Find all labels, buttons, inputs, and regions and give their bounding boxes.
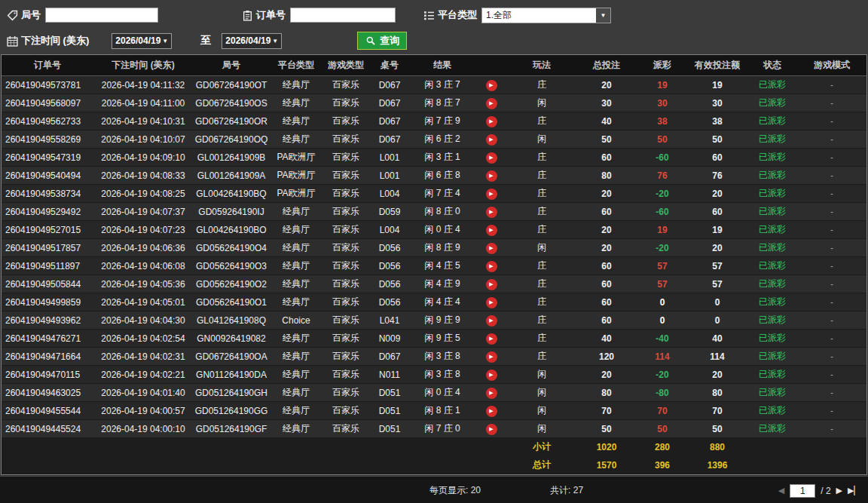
cell-play: ▶	[475, 97, 508, 109]
platform-select[interactable]: 1.全部 ▼	[481, 8, 611, 23]
play-icon[interactable]: ▶	[486, 189, 497, 200]
play-icon[interactable]: ▶	[486, 370, 497, 381]
cell-payout: 70	[637, 406, 687, 416]
date-to-picker[interactable]: 2026/04/19 ▼	[222, 33, 282, 49]
cell-payout: 19	[637, 225, 687, 235]
cell-game: 百家乐	[322, 205, 369, 218]
cell-order: 260419049505844	[2, 279, 93, 290]
play-icon[interactable]: ▶	[486, 388, 497, 399]
cell-bet: 30	[576, 98, 637, 109]
order-number-label: 订单号	[256, 8, 286, 22]
cell-game: 百家乐	[322, 278, 369, 290]
play-icon[interactable]: ▶	[486, 225, 497, 236]
cell-round: GL0012641909B	[193, 152, 270, 163]
cell-table: L004	[369, 225, 410, 235]
cell-valid: 80	[687, 388, 747, 398]
cell-side: 庄	[508, 151, 576, 164]
play-icon[interactable]: ▶	[486, 134, 497, 146]
cell-round: GD067264190OR	[193, 116, 270, 127]
cell-payout: 38	[637, 116, 687, 127]
play-icon[interactable]: ▶	[486, 424, 497, 435]
prev-page-icon[interactable]: ◀	[778, 486, 784, 495]
cell-bet: 20	[576, 80, 637, 90]
date-from-picker[interactable]: 2026/04/19 ▼	[112, 33, 172, 49]
cell-time: 2026-04-19 04:00:57	[93, 406, 193, 416]
cell-side: 庄	[508, 78, 576, 91]
cell-side: 庄	[508, 350, 576, 363]
cell-side: 闲	[508, 97, 576, 109]
cell-bet: 20	[576, 370, 637, 380]
cell-payout: 30	[637, 98, 687, 109]
table-body: 2604190495737812026-04-19 04:11:32GD0672…	[2, 76, 866, 438]
cell-time: 2026-04-19 04:06:08	[93, 261, 193, 271]
cell-platform: 经典厅	[270, 296, 322, 308]
play-icon[interactable]: ▶	[486, 152, 497, 164]
cell-valid: 19	[687, 80, 747, 90]
cell-platform: 经典厅	[270, 223, 322, 236]
play-icon[interactable]: ▶	[486, 170, 497, 182]
cell-status: 已派彩	[747, 205, 797, 218]
cell-result: 闲 6 庄 2	[410, 133, 475, 146]
play-icon[interactable]: ▶	[486, 333, 497, 345]
cell-result: 闲 9 庄 5	[410, 332, 475, 345]
play-icon[interactable]: ▶	[486, 279, 497, 290]
total-count-value: 27	[573, 485, 583, 495]
cell-play: ▶	[475, 296, 508, 308]
cell-result: 闲 9 庄 9	[410, 314, 475, 327]
order-number-input[interactable]	[290, 8, 396, 23]
cell-play: ▶	[475, 368, 508, 381]
per-page-label: 每页显示:	[429, 485, 468, 495]
cell-bet: 40	[576, 333, 637, 344]
cell-round: GD051264190GH	[193, 388, 270, 398]
play-icon[interactable]: ▶	[486, 297, 497, 308]
play-icon[interactable]: ▶	[486, 406, 497, 417]
total-valid-bet: 1396	[687, 460, 747, 471]
cell-mode: -	[797, 333, 866, 344]
play-icon[interactable]: ▶	[486, 98, 497, 109]
round-number-input[interactable]	[45, 8, 158, 23]
play-icon[interactable]: ▶	[486, 261, 497, 272]
cell-side: 庄	[508, 332, 576, 345]
toolbar-row-1: 局号 订单号 平台类型 1.全部 ▼	[6, 5, 862, 26]
cell-mode: -	[797, 243, 866, 253]
cell-status: 已派彩	[747, 223, 797, 236]
cell-mode: -	[797, 207, 866, 217]
play-icon[interactable]: ▶	[486, 351, 497, 363]
next-page-icon[interactable]: ▶	[836, 486, 842, 495]
last-page-icon[interactable]: ▶▏	[848, 486, 860, 495]
cell-platform: 经典厅	[270, 205, 322, 218]
play-icon[interactable]: ▶	[486, 315, 497, 327]
cell-payout: 76	[637, 170, 687, 181]
cell-round: GD067264190OS	[193, 98, 270, 109]
column-header: 桌号	[369, 59, 410, 72]
cell-valid: 0	[687, 297, 747, 308]
cell-order: 260419049568097	[2, 98, 93, 109]
cell-time: 2026-04-19 04:09:10	[93, 152, 193, 163]
tag-icon	[6, 9, 18, 21]
search-icon	[365, 35, 377, 47]
play-icon[interactable]: ▶	[486, 80, 497, 91]
cell-side: 庄	[508, 187, 576, 200]
play-icon[interactable]: ▶	[486, 116, 497, 127]
play-icon[interactable]: ▶	[486, 207, 497, 218]
filter-toolbar: 局号 订单号 平台类型 1.全部 ▼ 下注时间 (美东) 2026/04/19	[0, 0, 868, 54]
cell-game: 百家乐	[322, 97, 369, 109]
search-button[interactable]: 查询	[357, 32, 407, 50]
table-row: 2604190494716642026-04-19 04:02:31GD0672…	[2, 348, 866, 366]
cell-table: D056	[369, 297, 410, 308]
cell-platform: 经典厅	[270, 259, 322, 272]
page-number-input[interactable]	[790, 484, 815, 498]
cell-play: ▶	[475, 169, 508, 182]
cell-mode: -	[797, 261, 866, 271]
cell-table: D051	[369, 406, 410, 416]
cell-game: 百家乐	[322, 386, 369, 399]
cell-game: 百家乐	[322, 78, 369, 91]
cell-game: 百家乐	[322, 259, 369, 272]
date-to-value: 2026/04/19	[225, 35, 270, 46]
cell-valid: 20	[687, 370, 747, 380]
play-icon[interactable]: ▶	[486, 243, 497, 254]
cell-result: 闲 4 庄 4	[410, 296, 475, 308]
cell-game: 百家乐	[322, 115, 369, 127]
cell-game: 百家乐	[322, 187, 369, 200]
cell-valid: 19	[687, 225, 747, 235]
